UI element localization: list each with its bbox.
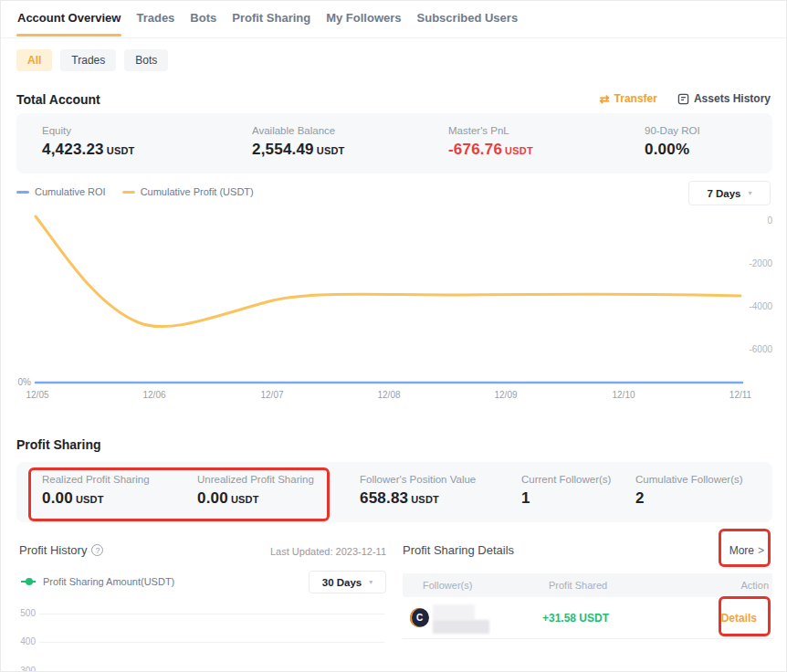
stat-unrealized-profit-sharing: Unrealized Profit Sharing 0.00USDT: [197, 474, 314, 508]
stat-value: 0.00%: [645, 141, 689, 158]
stat-label: Realized Profit Sharing: [42, 474, 150, 485]
details-button[interactable]: Details: [688, 612, 772, 625]
legend-cumulative-profit[interactable]: Cumulative Profit (USDT): [122, 186, 254, 197]
column-action: Action: [713, 580, 772, 591]
total-account-stats-card: Equity 4,423.23USDT Available Balance 2,…: [16, 113, 772, 173]
chevron-right-icon: >: [758, 544, 764, 557]
range-value: 7 Days: [707, 188, 740, 199]
stat-value: 658.83: [360, 489, 408, 507]
y-axis-tick: -6000: [749, 344, 772, 354]
roi-legend-marker-icon: [16, 191, 29, 194]
profit-legend-marker-icon: [122, 191, 135, 194]
mini-chart-tick-400: 400: [17, 636, 36, 646]
profit-history-title-text: Profit History: [19, 543, 87, 557]
stat-90day-roi: 90-Day ROI 0.00%: [645, 125, 700, 159]
stat-masters-pnl: Master's PnL -676.76USDT: [448, 125, 533, 159]
top-tab-bar: Account Overview Trades Bots Profit Shar…: [1, 1, 786, 38]
y-axis-tick: -2000: [749, 258, 772, 268]
stat-label: Cumulative Follower(s): [635, 474, 743, 485]
transfer-button[interactable]: ⇄ Transfer: [600, 92, 657, 105]
blur-block: [433, 604, 475, 620]
transfer-icon: ⇄: [600, 93, 610, 105]
filter-pills: All Trades Bots: [16, 49, 168, 71]
assets-history-icon: [677, 93, 689, 105]
tab-profit-sharing[interactable]: Profit Sharing: [231, 1, 311, 38]
stat-unit: USDT: [411, 494, 439, 505]
profit-history-legend[interactable]: Profit Sharing Amount(USDT): [21, 576, 174, 587]
filter-all[interactable]: All: [16, 49, 52, 71]
help-icon[interactable]: ?: [91, 544, 103, 556]
profit-shared-value: +31.58 USDT: [542, 612, 688, 625]
chevron-down-icon: ▾: [369, 578, 373, 586]
total-account-actions: ⇄ Transfer Assets History: [600, 92, 771, 105]
stat-label: Unrealized Profit Sharing: [197, 474, 314, 485]
stat-current-followers: Current Follower(s) 1: [521, 474, 611, 508]
follower-avatar: C: [410, 608, 429, 627]
stat-value: 2,554.49: [252, 141, 314, 158]
assets-history-button[interactable]: Assets History: [677, 92, 771, 105]
stat-label: Equity: [42, 125, 135, 136]
stat-value: 0.00: [197, 489, 228, 507]
tab-trades[interactable]: Trades: [135, 1, 175, 38]
y-axis-tick: 0: [767, 215, 772, 226]
stat-unit: USDT: [76, 494, 104, 505]
transfer-label: Transfer: [614, 92, 657, 105]
tab-account-overview[interactable]: Account Overview: [16, 1, 121, 38]
stat-value: 4,423.23: [42, 141, 104, 158]
legend-cumulative-roi[interactable]: Cumulative ROI: [16, 186, 106, 197]
y-axis-tick: -4000: [749, 301, 772, 311]
stat-value: 1: [521, 489, 530, 507]
legend-label: Cumulative ROI: [35, 186, 106, 197]
stat-unit: USDT: [505, 145, 533, 156]
filter-bots[interactable]: Bots: [124, 49, 168, 71]
range-selector-30days[interactable]: 30 Days ▾: [309, 571, 386, 593]
tab-my-followers[interactable]: My Followers: [325, 1, 402, 38]
follower-name-blurred: [433, 603, 542, 634]
mini-chart-tick-500: 500: [17, 608, 36, 618]
range-value: 30 Days: [322, 577, 362, 588]
stat-label: Follower's Position Value: [360, 474, 476, 485]
stat-realized-profit-sharing: Realized Profit Sharing 0.00USDT: [42, 474, 150, 508]
profit-sharing-title: Profit Sharing: [16, 437, 101, 452]
stat-cumulative-followers: Cumulative Follower(s) 2: [635, 474, 743, 508]
column-followers: Follower(s): [423, 580, 549, 591]
stat-label: Current Follower(s): [521, 474, 611, 485]
profit-amount-legend-marker-icon: [21, 581, 36, 583]
x-axis-tick: 12/11: [729, 390, 752, 400]
blur-block: [433, 620, 489, 634]
followers-table-header: Follower(s) Profit Shared Action: [403, 573, 772, 597]
legend-label: Profit Sharing Amount(USDT): [43, 576, 174, 587]
stat-unit: USDT: [317, 145, 345, 156]
chevron-down-icon: ▾: [749, 189, 752, 197]
tab-bots[interactable]: Bots: [189, 1, 217, 38]
x-axis-tick: 12/06: [142, 390, 165, 400]
column-profit-shared: Profit Shared: [549, 580, 713, 591]
assets-history-label: Assets History: [694, 92, 771, 105]
stat-value: 0.00: [42, 489, 73, 507]
x-axis-tick: 12/08: [377, 390, 400, 400]
stat-available-balance: Available Balance 2,554.49USDT: [252, 125, 345, 159]
total-account-chart: 0 -2000 -4000 -6000 0% 12/05 12/06 12/07…: [1, 209, 787, 403]
main-chart-legend: Cumulative ROI Cumulative Profit (USDT): [16, 186, 254, 197]
stat-label: Master's PnL: [448, 125, 533, 136]
x-axis-tick: 12/10: [612, 390, 635, 400]
profit-history-title: Profit History?: [19, 543, 103, 557]
stat-label: 90-Day ROI: [645, 125, 700, 136]
x-axis-tick: 12/07: [260, 390, 283, 400]
mini-chart-tick-300: 300: [17, 666, 36, 672]
filter-trades[interactable]: Trades: [60, 49, 116, 71]
mini-chart-gridline: [39, 642, 384, 643]
cumulative-profit-line: [36, 216, 740, 327]
stat-value: -676.76: [448, 141, 502, 158]
mini-chart-gridline: [39, 614, 384, 614]
more-button[interactable]: More>: [729, 544, 764, 557]
stat-value: 2: [635, 489, 645, 507]
tab-subscribed-users[interactable]: Subscribed Users: [416, 1, 519, 38]
legend-label: Cumulative Profit (USDT): [141, 186, 254, 197]
follower-table-row: C +31.58 USDT Details: [403, 597, 772, 638]
range-selector-7days[interactable]: 7 Days ▾: [688, 181, 771, 205]
more-label: More: [729, 544, 754, 557]
stat-unit: USDT: [231, 494, 259, 505]
total-account-title: Total Account: [16, 92, 100, 107]
stat-follower-position-value: Follower's Position Value 658.83USDT: [360, 474, 476, 508]
